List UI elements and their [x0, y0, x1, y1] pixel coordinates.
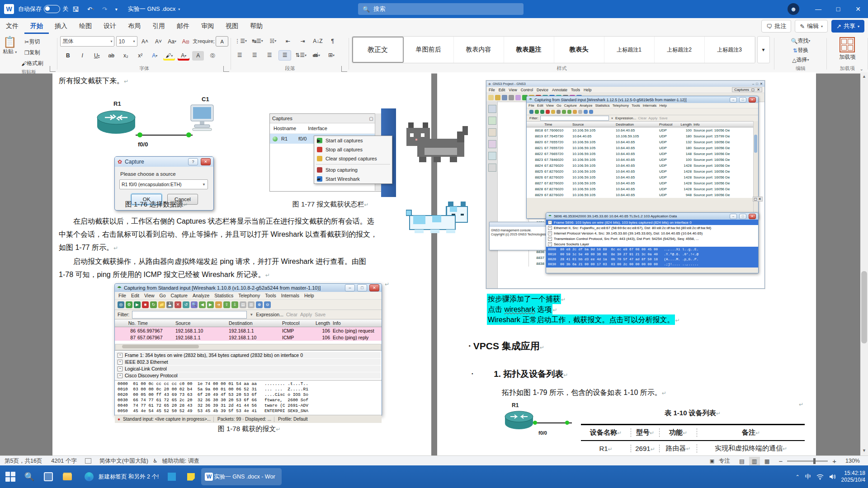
menu-item[interactable]: View — [144, 293, 155, 298]
dock-buttons[interactable]: ▢ ✕ — [753, 197, 763, 202]
figure-1-78-wireshark-window[interactable]: ☂ Capturing from Standard input [Wiresha… — [114, 283, 382, 416]
detail-row[interactable]: +Secure Sockets Layer — [546, 241, 758, 247]
ribbon-tab[interactable]: 邮件 — [171, 19, 195, 34]
ribbon-tab[interactable]: 设计 — [98, 19, 122, 34]
zoom-out-icon[interactable]: ⊖ — [264, 301, 271, 308]
go-forward-icon[interactable]: ▶ — [207, 301, 214, 308]
redo-icon[interactable]: ↷ — [98, 0, 111, 18]
go-back-icon[interactable] — [562, 110, 566, 114]
snapshot-icon[interactable] — [509, 95, 514, 100]
go-forward-icon[interactable] — [567, 110, 571, 114]
menu-item[interactable]: Telephony — [238, 293, 260, 298]
minimize-icon[interactable]: – — [730, 214, 737, 219]
minimize-button[interactable]: — — [808, 0, 828, 18]
font-size-select[interactable]: 10▾ — [116, 36, 137, 47]
char-border-icon[interactable]: A — [216, 36, 228, 47]
sticky-notes-icon[interactable] — [182, 468, 199, 485]
packet-row[interactable]: 881967.764573010.64.40.65 10.106.59.105U… — [527, 133, 758, 139]
reload-icon[interactable]: ↺ — [183, 301, 189, 308]
menu-item[interactable]: Analyze — [580, 103, 592, 108]
zoom-in-icon[interactable]: + — [828, 457, 841, 465]
maximize-icon[interactable]: □ — [739, 97, 746, 103]
packet-list-header[interactable]: No.Time SourceDestination ProtocolLength… — [115, 319, 382, 327]
ribbon-tab[interactable]: 引用 — [146, 19, 171, 34]
apply-button[interactable]: Apply — [300, 312, 312, 317]
save-file-icon[interactable] — [557, 110, 561, 114]
menu-item[interactable]: Tools — [632, 103, 640, 108]
start-button[interactable] — [2, 468, 19, 485]
zoom-in-icon[interactable] — [584, 110, 588, 114]
hidden-icons-chevron[interactable]: ⌃ — [795, 474, 799, 480]
zoom-slider[interactable] — [787, 460, 828, 462]
word-taskbar-icon[interactable]: W 实验一 GNS .docx - Wor — [201, 468, 281, 485]
copy-button[interactable]: ❐ 复制 — [20, 48, 44, 57]
close-icon[interactable]: ✕ — [749, 214, 756, 219]
filter-dropdown-icon[interactable]: ▼ — [611, 117, 613, 120]
align-center-icon[interactable]: ☰ — [249, 51, 260, 60]
detail-row[interactable]: +Internet Protocol Version 4, Src: 39.14… — [546, 230, 758, 236]
hex-dump-pane[interactable]: 0000 01 00 0c cc cc cc c0 00 1e 74 00 00… — [115, 380, 382, 415]
numbered-list-icon[interactable]: ↹☰▾ — [251, 36, 264, 46]
zoom-in-icon[interactable]: ⊕ — [256, 301, 263, 308]
text-effects-icon[interactable]: A▾ — [149, 51, 160, 61]
find-button[interactable]: 🔍 查找 ▾ — [777, 36, 824, 46]
web-layout-icon[interactable]: ▦ — [760, 458, 774, 465]
save-project-icon[interactable] — [502, 95, 507, 100]
accessibility-status[interactable]: 辅助功能: 调查 — [158, 457, 204, 465]
menu-item[interactable]: Telephony — [613, 103, 629, 108]
menu-item-stop-capturing[interactable]: Stop capturing — [314, 165, 392, 174]
filter-dropdown-icon[interactable]: ▼ — [250, 313, 253, 317]
apply-button[interactable]: Apply — [648, 116, 657, 120]
addins-button[interactable]: 加载项 — [830, 36, 865, 61]
zoom-slider-thumb[interactable] — [813, 458, 816, 464]
detail-row[interactable]: +Cisco Discovery Protocol — [116, 372, 381, 379]
style-item[interactable]: 上标题注2 — [655, 37, 705, 63]
minimize-icon[interactable]: – — [345, 284, 355, 291]
menu-item[interactable]: Capture — [564, 103, 577, 108]
close-icon[interactable]: ✕ — [757, 88, 760, 92]
menu-item[interactable]: File — [118, 293, 126, 298]
packet-list-header[interactable]: TimeSource DestinationProtocol LengthInf… — [527, 121, 758, 127]
style-item[interactable]: 教正文 — [352, 37, 404, 63]
packet-row[interactable]: 882567.827602010.106.59.105 10.64.40.65U… — [527, 169, 758, 174]
char-shading-icon[interactable]: A — [192, 51, 204, 61]
menu-item[interactable]: Edit — [499, 88, 505, 92]
ribbon-tab[interactable]: 文件 — [0, 19, 24, 34]
underline-icon[interactable]: U ▾ — [91, 51, 103, 61]
justify-icon[interactable]: ☰ — [278, 50, 291, 61]
ribbon-tab[interactable]: 插入 — [49, 19, 73, 34]
switches-category-icon[interactable] — [488, 117, 496, 125]
maximize-icon[interactable]: □ — [756, 82, 758, 86]
subscript-icon[interactable]: x₂ — [120, 51, 132, 61]
style-item[interactable]: 教表头 — [554, 37, 604, 63]
format-painter-button[interactable]: 🖌 格式刷 — [20, 59, 44, 68]
capture-options-icon[interactable] — [535, 110, 539, 114]
maximize-icon[interactable]: □ — [357, 284, 367, 291]
autoscroll-icon[interactable]: ▥ — [248, 301, 255, 308]
routers-category-icon[interactable] — [488, 105, 496, 113]
menu-item[interactable]: Device — [537, 88, 548, 92]
figure-1-76[interactable]: R1 f0/0 C1 ✿ Ca — [52, 90, 260, 212]
font-color-icon[interactable]: A▾ — [178, 51, 189, 61]
style-item[interactable]: 上标题注1 — [604, 37, 655, 63]
menu-item[interactable]: Help — [659, 103, 666, 108]
scroll-up-icon[interactable]: ▲ — [862, 74, 866, 79]
undo-icon[interactable]: ↶ ▾ — [83, 0, 98, 18]
start-capture-icon[interactable]: ▶ — [134, 301, 141, 308]
style-item[interactable]: 单图前后 — [404, 37, 454, 63]
clear-format-icon[interactable]: A⦻ — [180, 37, 192, 46]
menu-item-stop-all[interactable]: Stop all captures — [314, 145, 392, 154]
horizontal-scrollbar[interactable] — [115, 344, 381, 350]
menu-item[interactable]: Edit — [537, 103, 543, 108]
align-left-icon[interactable]: ☰ — [234, 51, 245, 60]
menu-item-start-wireshark[interactable]: ▰Start Wireshark — [314, 174, 392, 183]
vertical-scrollbar[interactable] — [753, 121, 758, 218]
menu-item[interactable]: Go — [160, 293, 166, 298]
float-panel-icon[interactable]: ▢ — [369, 116, 373, 121]
packet-row[interactable]: 882467.827602010.106.59.105 10.64.40.65U… — [527, 163, 758, 169]
add-note-icon[interactable] — [488, 164, 496, 172]
filter-input[interactable] — [540, 116, 609, 121]
save-icon[interactable]: 🖫 — [68, 0, 83, 18]
multilevel-list-icon[interactable]: ☵▾ — [267, 36, 279, 46]
source-select[interactable]: R1 f0/0 (encapsulation:ETH)▼ — [119, 179, 208, 189]
